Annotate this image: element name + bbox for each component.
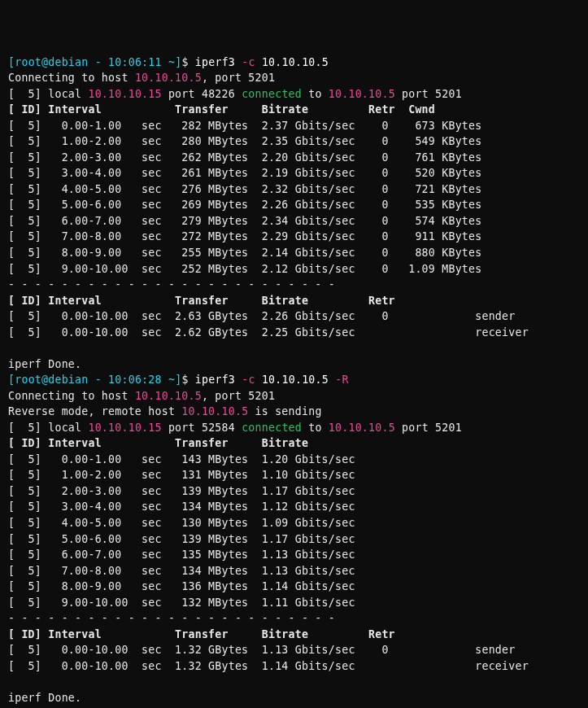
reverse-host: 10.10.10.5 (181, 405, 248, 417)
prompt-sep: - (88, 56, 108, 68)
flag-reverse: -R (335, 374, 348, 386)
prompt-dollar: $ (181, 374, 194, 386)
prompt-sep: - (88, 374, 108, 386)
prompt-dollar: $ (181, 56, 194, 68)
dash-sep: - - - - - - - - - - - - - - - - - - - - … (8, 278, 335, 291)
prompt-time: 10:06:11 (108, 56, 162, 68)
connecting-line: Connecting to host (8, 390, 135, 402)
reverse-line: Reverse mode, remote host (8, 405, 181, 417)
remote-ip: 10.10.10.5 (329, 422, 395, 434)
command-iperf3: iperf3 (195, 374, 235, 386)
target-ip: 10.10.10.5 (262, 56, 329, 68)
to-word: to (302, 422, 329, 434)
local-ip: 10.10.10.15 (88, 88, 161, 100)
connect-host: 10.10.10.5 (135, 390, 202, 402)
prompt-cwd: ~ (168, 56, 175, 68)
connect-port: , port 5201 (202, 390, 275, 402)
to-word: to (302, 88, 329, 100)
target-ip: 10.10.10.5 (262, 374, 329, 386)
local-port: port 48226 (162, 88, 242, 100)
prompt-open: [ (8, 374, 15, 386)
flag-c: -c (242, 374, 255, 386)
summary-header: [ ID] Interval Transfer Bitrate Retr (8, 628, 395, 640)
remote-ip: 10.10.10.5 (329, 88, 395, 100)
prompt-sep2 (162, 374, 168, 386)
connected-word: connected (242, 88, 302, 100)
prompt-open: [ (8, 56, 15, 68)
dash-sep: - - - - - - - - - - - - - - - - - - - - … (8, 612, 335, 624)
prompt-user: root@debian (15, 56, 88, 68)
remote-port: port 5201 (395, 88, 462, 100)
table-header: [ ID] Interval Transfer Bitrate Retr Cwn… (8, 103, 435, 116)
prompt-time: 10:06:28 (108, 374, 162, 386)
iperf-done: iperf Done. (8, 692, 81, 704)
terminal-output[interactable]: [root@debian - 10:06:11 ~]$ iperf3 -c 10… (8, 55, 580, 706)
command-iperf3: iperf3 (195, 56, 235, 68)
reverse-post: is sending (248, 405, 321, 417)
prompt-cwd: ~ (168, 374, 175, 386)
connected-word: connected (242, 422, 302, 434)
local-port: port 52584 (162, 422, 242, 434)
connect-port: , port 5201 (202, 72, 275, 84)
prompt-user: root@debian (15, 374, 88, 386)
local-id: [ 5] local (8, 422, 88, 434)
prompt-sep2 (162, 56, 168, 68)
connect-host: 10.10.10.5 (135, 72, 202, 84)
iperf-done: iperf Done. (8, 358, 81, 370)
summary-header: [ ID] Interval Transfer Bitrate Retr (8, 295, 395, 307)
local-id: [ 5] local (8, 88, 88, 100)
local-ip: 10.10.10.15 (88, 422, 161, 434)
connecting-line: Connecting to host (8, 72, 135, 84)
table-header: [ ID] Interval Transfer Bitrate (8, 437, 308, 449)
flag-c: -c (242, 56, 255, 68)
remote-port: port 5201 (395, 422, 462, 434)
